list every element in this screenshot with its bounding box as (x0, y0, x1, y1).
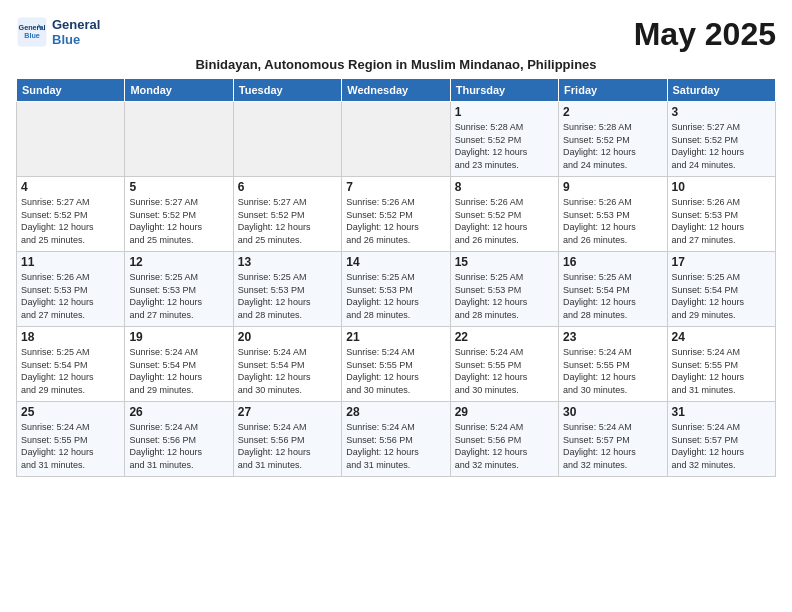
day-info: Sunrise: 5:24 AM Sunset: 5:56 PM Dayligh… (129, 421, 228, 471)
day-header-wednesday: Wednesday (342, 79, 450, 102)
calendar-cell: 20Sunrise: 5:24 AM Sunset: 5:54 PM Dayli… (233, 327, 341, 402)
day-info: Sunrise: 5:27 AM Sunset: 5:52 PM Dayligh… (238, 196, 337, 246)
day-info: Sunrise: 5:25 AM Sunset: 5:53 PM Dayligh… (346, 271, 445, 321)
calendar-cell: 31Sunrise: 5:24 AM Sunset: 5:57 PM Dayli… (667, 402, 775, 477)
day-number: 8 (455, 180, 554, 194)
day-number: 21 (346, 330, 445, 344)
day-info: Sunrise: 5:24 AM Sunset: 5:56 PM Dayligh… (238, 421, 337, 471)
day-info: Sunrise: 5:24 AM Sunset: 5:55 PM Dayligh… (563, 346, 662, 396)
calendar-cell: 10Sunrise: 5:26 AM Sunset: 5:53 PM Dayli… (667, 177, 775, 252)
calendar-cell: 26Sunrise: 5:24 AM Sunset: 5:56 PM Dayli… (125, 402, 233, 477)
calendar-cell: 19Sunrise: 5:24 AM Sunset: 5:54 PM Dayli… (125, 327, 233, 402)
calendar-cell: 8Sunrise: 5:26 AM Sunset: 5:52 PM Daylig… (450, 177, 558, 252)
day-number: 1 (455, 105, 554, 119)
day-info: Sunrise: 5:28 AM Sunset: 5:52 PM Dayligh… (563, 121, 662, 171)
calendar-cell (342, 102, 450, 177)
calendar-week-row: 4Sunrise: 5:27 AM Sunset: 5:52 PM Daylig… (17, 177, 776, 252)
day-info: Sunrise: 5:24 AM Sunset: 5:56 PM Dayligh… (346, 421, 445, 471)
day-info: Sunrise: 5:25 AM Sunset: 5:53 PM Dayligh… (238, 271, 337, 321)
calendar-cell: 22Sunrise: 5:24 AM Sunset: 5:55 PM Dayli… (450, 327, 558, 402)
day-info: Sunrise: 5:25 AM Sunset: 5:54 PM Dayligh… (563, 271, 662, 321)
day-number: 29 (455, 405, 554, 419)
calendar-cell (17, 102, 125, 177)
day-number: 9 (563, 180, 662, 194)
calendar-cell: 15Sunrise: 5:25 AM Sunset: 5:53 PM Dayli… (450, 252, 558, 327)
day-info: Sunrise: 5:24 AM Sunset: 5:54 PM Dayligh… (238, 346, 337, 396)
month-title: May 2025 (634, 16, 776, 53)
calendar-cell: 16Sunrise: 5:25 AM Sunset: 5:54 PM Dayli… (559, 252, 667, 327)
day-number: 3 (672, 105, 771, 119)
logo: General Blue General Blue (16, 16, 100, 48)
day-header-saturday: Saturday (667, 79, 775, 102)
calendar-cell: 12Sunrise: 5:25 AM Sunset: 5:53 PM Dayli… (125, 252, 233, 327)
day-info: Sunrise: 5:26 AM Sunset: 5:52 PM Dayligh… (455, 196, 554, 246)
calendar-week-row: 18Sunrise: 5:25 AM Sunset: 5:54 PM Dayli… (17, 327, 776, 402)
day-info: Sunrise: 5:25 AM Sunset: 5:54 PM Dayligh… (21, 346, 120, 396)
day-number: 31 (672, 405, 771, 419)
calendar-cell: 6Sunrise: 5:27 AM Sunset: 5:52 PM Daylig… (233, 177, 341, 252)
day-number: 24 (672, 330, 771, 344)
calendar-subtitle: Binidayan, Autonomous Region in Muslim M… (16, 57, 776, 72)
calendar-cell: 7Sunrise: 5:26 AM Sunset: 5:52 PM Daylig… (342, 177, 450, 252)
calendar-cell: 1Sunrise: 5:28 AM Sunset: 5:52 PM Daylig… (450, 102, 558, 177)
day-number: 19 (129, 330, 228, 344)
day-number: 22 (455, 330, 554, 344)
day-number: 15 (455, 255, 554, 269)
day-info: Sunrise: 5:24 AM Sunset: 5:55 PM Dayligh… (455, 346, 554, 396)
day-info: Sunrise: 5:27 AM Sunset: 5:52 PM Dayligh… (672, 121, 771, 171)
calendar-table: SundayMondayTuesdayWednesdayThursdayFrid… (16, 78, 776, 477)
calendar-week-row: 1Sunrise: 5:28 AM Sunset: 5:52 PM Daylig… (17, 102, 776, 177)
day-number: 2 (563, 105, 662, 119)
calendar-cell: 14Sunrise: 5:25 AM Sunset: 5:53 PM Dayli… (342, 252, 450, 327)
day-number: 28 (346, 405, 445, 419)
day-number: 14 (346, 255, 445, 269)
calendar-cell: 30Sunrise: 5:24 AM Sunset: 5:57 PM Dayli… (559, 402, 667, 477)
calendar-cell: 18Sunrise: 5:25 AM Sunset: 5:54 PM Dayli… (17, 327, 125, 402)
day-number: 4 (21, 180, 120, 194)
day-header-friday: Friday (559, 79, 667, 102)
calendar-week-row: 25Sunrise: 5:24 AM Sunset: 5:55 PM Dayli… (17, 402, 776, 477)
calendar-cell: 23Sunrise: 5:24 AM Sunset: 5:55 PM Dayli… (559, 327, 667, 402)
day-info: Sunrise: 5:24 AM Sunset: 5:57 PM Dayligh… (563, 421, 662, 471)
day-header-sunday: Sunday (17, 79, 125, 102)
day-number: 26 (129, 405, 228, 419)
day-header-monday: Monday (125, 79, 233, 102)
day-info: Sunrise: 5:26 AM Sunset: 5:52 PM Dayligh… (346, 196, 445, 246)
logo-icon: General Blue (16, 16, 48, 48)
day-number: 20 (238, 330, 337, 344)
calendar-cell (233, 102, 341, 177)
day-header-tuesday: Tuesday (233, 79, 341, 102)
day-info: Sunrise: 5:25 AM Sunset: 5:53 PM Dayligh… (129, 271, 228, 321)
days-header-row: SundayMondayTuesdayWednesdayThursdayFrid… (17, 79, 776, 102)
calendar-cell: 4Sunrise: 5:27 AM Sunset: 5:52 PM Daylig… (17, 177, 125, 252)
day-info: Sunrise: 5:27 AM Sunset: 5:52 PM Dayligh… (21, 196, 120, 246)
day-info: Sunrise: 5:27 AM Sunset: 5:52 PM Dayligh… (129, 196, 228, 246)
calendar-cell: 17Sunrise: 5:25 AM Sunset: 5:54 PM Dayli… (667, 252, 775, 327)
day-number: 18 (21, 330, 120, 344)
day-info: Sunrise: 5:24 AM Sunset: 5:55 PM Dayligh… (346, 346, 445, 396)
day-number: 6 (238, 180, 337, 194)
day-info: Sunrise: 5:26 AM Sunset: 5:53 PM Dayligh… (563, 196, 662, 246)
day-info: Sunrise: 5:26 AM Sunset: 5:53 PM Dayligh… (21, 271, 120, 321)
day-number: 27 (238, 405, 337, 419)
day-info: Sunrise: 5:24 AM Sunset: 5:55 PM Dayligh… (21, 421, 120, 471)
day-number: 11 (21, 255, 120, 269)
calendar-cell: 3Sunrise: 5:27 AM Sunset: 5:52 PM Daylig… (667, 102, 775, 177)
day-info: Sunrise: 5:24 AM Sunset: 5:56 PM Dayligh… (455, 421, 554, 471)
day-number: 12 (129, 255, 228, 269)
calendar-cell: 27Sunrise: 5:24 AM Sunset: 5:56 PM Dayli… (233, 402, 341, 477)
calendar-cell: 25Sunrise: 5:24 AM Sunset: 5:55 PM Dayli… (17, 402, 125, 477)
calendar-cell: 9Sunrise: 5:26 AM Sunset: 5:53 PM Daylig… (559, 177, 667, 252)
day-number: 5 (129, 180, 228, 194)
day-info: Sunrise: 5:24 AM Sunset: 5:55 PM Dayligh… (672, 346, 771, 396)
day-info: Sunrise: 5:24 AM Sunset: 5:54 PM Dayligh… (129, 346, 228, 396)
day-info: Sunrise: 5:26 AM Sunset: 5:53 PM Dayligh… (672, 196, 771, 246)
page-header: General Blue General Blue May 2025 (16, 16, 776, 53)
day-number: 23 (563, 330, 662, 344)
calendar-cell: 11Sunrise: 5:26 AM Sunset: 5:53 PM Dayli… (17, 252, 125, 327)
day-number: 30 (563, 405, 662, 419)
calendar-cell: 24Sunrise: 5:24 AM Sunset: 5:55 PM Dayli… (667, 327, 775, 402)
calendar-cell: 13Sunrise: 5:25 AM Sunset: 5:53 PM Dayli… (233, 252, 341, 327)
calendar-cell: 5Sunrise: 5:27 AM Sunset: 5:52 PM Daylig… (125, 177, 233, 252)
logo-text: General Blue (52, 17, 100, 47)
